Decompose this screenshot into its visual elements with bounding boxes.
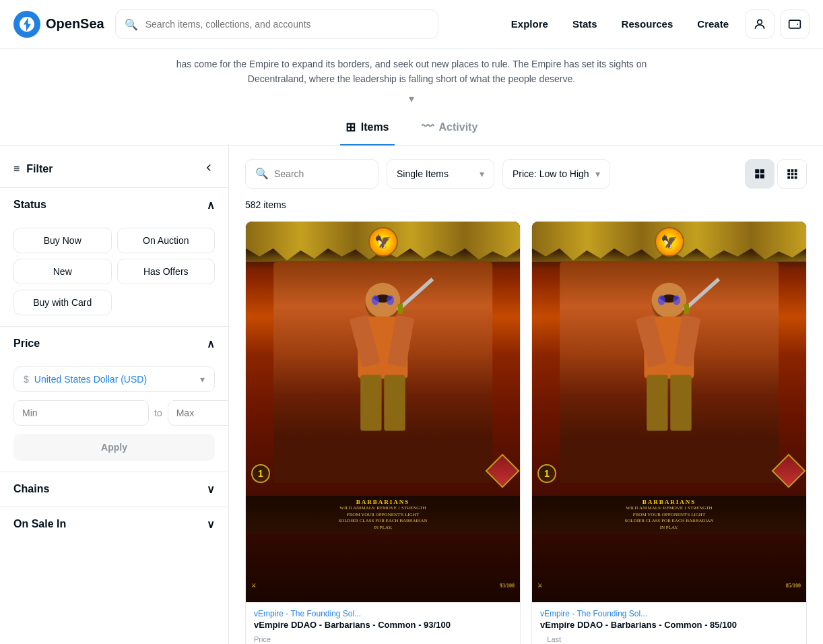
- chains-section-header[interactable]: Chains ∨: [0, 472, 228, 507]
- card-collection-1: vEmpire - The Founding Sol...: [540, 609, 798, 618]
- svg-rect-7: [791, 169, 794, 172]
- svg-rect-6: [787, 169, 790, 172]
- card-last-label-1: Last: [540, 635, 561, 643]
- price-content: $ United States Dollar (USD) ▾ to Apply: [0, 361, 228, 472]
- nft-card-0[interactable]: 🦅: [245, 221, 521, 644]
- card-serial-1: 85/100: [786, 583, 801, 589]
- card-name-1: vEmpire DDAO - Barbarians - Common - 85/…: [540, 620, 798, 631]
- card-title-1: BARBARIANS: [537, 498, 801, 505]
- card-title-0: BARBARIANS: [251, 498, 515, 505]
- card-last-info-1: Last ◆ 0.2: [540, 635, 561, 644]
- dollar-icon: $: [24, 374, 29, 385]
- price-section: Price ∧ $ United States Dollar (USD) ▾ t…: [0, 326, 228, 472]
- svg-rect-10: [791, 172, 794, 175]
- svg-rect-11: [795, 172, 797, 175]
- user-icon: [753, 18, 766, 31]
- filter-label: Filter: [26, 163, 53, 175]
- single-items-dropdown[interactable]: Single Items ▾: [387, 159, 494, 189]
- buy-now-button[interactable]: Buy Now: [13, 228, 112, 253]
- currency-label: United States Dollar (USD): [34, 374, 147, 385]
- nav-explore[interactable]: Explore: [500, 13, 559, 35]
- status-grid: Buy Now On Auction New Has Offers Buy wi…: [13, 228, 215, 315]
- has-offers-button[interactable]: Has Offers: [117, 259, 216, 284]
- nav-stats[interactable]: Stats: [562, 13, 608, 35]
- svg-rect-2: [755, 169, 759, 173]
- search-container: 🔍: [115, 9, 438, 39]
- card-title-area-1: BARBARIANS WILD ANIMALS: REMOVE 1 STRENG…: [532, 496, 806, 534]
- currency-select[interactable]: $ United States Dollar (USD) ▾: [13, 366, 215, 392]
- content-search-input[interactable]: [274, 168, 368, 179]
- tab-activity[interactable]: 〰 Activity: [416, 110, 484, 146]
- search-input[interactable]: [115, 9, 438, 39]
- card-number-badge-1: 1: [537, 464, 556, 483]
- wallet-button[interactable]: [780, 9, 810, 39]
- svg-rect-13: [791, 176, 794, 179]
- svg-rect-20: [360, 375, 381, 431]
- svg-point-24: [372, 295, 379, 305]
- content-search-icon: 🔍: [255, 167, 269, 180]
- price-max-input[interactable]: [168, 400, 229, 426]
- chains-section: Chains ∨: [0, 472, 228, 507]
- brand-name: OpenSea: [46, 16, 104, 32]
- on-auction-button[interactable]: On Auction: [117, 228, 216, 253]
- barbarian-svg-0: [295, 273, 470, 472]
- nav-resources[interactable]: Resources: [611, 13, 684, 35]
- svg-point-25: [387, 295, 394, 305]
- svg-rect-14: [795, 176, 797, 179]
- svg-line-33: [684, 279, 719, 310]
- opensea-logo-svg: [20, 17, 34, 32]
- chains-label: Chains: [13, 483, 49, 495]
- tab-items[interactable]: ⊞ Items: [340, 110, 395, 146]
- barbarian-art-1: 🦅: [532, 222, 806, 602]
- toolbar: 🔍 Single Items ▾ Price: Low to High ▾: [245, 159, 807, 189]
- svg-rect-3: [760, 169, 764, 173]
- status-section-header[interactable]: Status ∧: [0, 188, 228, 222]
- barbarian-svg-1: [581, 273, 756, 472]
- on-sale-in-header[interactable]: On Sale In ∨: [0, 507, 228, 542]
- card-body-1: 1 BARBARIANS WILD ANIMALS: REMOVE 1 STRE…: [532, 262, 806, 602]
- sidebar: ≡ Filter Status ∧ Buy Now On Auction New…: [0, 146, 229, 644]
- card-figure-1: [560, 262, 779, 483]
- svg-rect-8: [795, 169, 797, 172]
- logo-icon: [13, 11, 40, 38]
- sidebar-collapse-button[interactable]: [203, 162, 215, 176]
- on-sale-label: On Sale In: [13, 518, 66, 530]
- list-view-button[interactable]: [777, 159, 807, 189]
- grid-3-icon: [786, 168, 798, 180]
- card-price-row-1: Last ◆ 0.2: [540, 635, 798, 644]
- buy-with-card-button[interactable]: Buy with Card: [13, 290, 112, 315]
- card-eagle-1: 🦅: [655, 227, 684, 257]
- filter-heading: ≡ Filter: [13, 163, 53, 175]
- sidebar-header: ≡ Filter: [0, 156, 228, 187]
- price-section-header[interactable]: Price ∧: [0, 327, 228, 361]
- card-number-badge-0: 1: [251, 464, 270, 483]
- search-box: 🔍: [245, 159, 378, 189]
- logo-link[interactable]: OpenSea: [13, 11, 104, 38]
- chains-expand-icon: ∨: [207, 483, 215, 496]
- new-button[interactable]: New: [13, 259, 112, 284]
- card-price-label-0: Price: [254, 635, 275, 643]
- user-profile-button[interactable]: [745, 9, 775, 39]
- show-more-chevron[interactable]: ▾: [0, 90, 823, 110]
- apply-button[interactable]: Apply: [13, 434, 215, 461]
- svg-rect-4: [755, 174, 759, 179]
- card-figure-0: [273, 262, 493, 483]
- tabs-container: ⊞ Items 〰 Activity: [0, 110, 823, 146]
- nav-create[interactable]: Create: [686, 13, 739, 35]
- single-items-label: Single Items: [397, 168, 449, 179]
- currency-chevron-icon: ▾: [200, 374, 205, 385]
- svg-point-0: [758, 20, 762, 24]
- nft-card-1[interactable]: 🦅: [531, 221, 807, 644]
- grid-view-button[interactable]: [745, 159, 775, 189]
- wallet-icon: [788, 18, 801, 31]
- card-body-0: 1 BARBARIANS WILD ANIMALS: REMOVE 1 STRE…: [246, 262, 520, 602]
- price-min-input[interactable]: [13, 400, 149, 426]
- items-tab-label: Items: [361, 121, 389, 133]
- single-items-chevron: ▾: [480, 168, 484, 179]
- price-sort-dropdown[interactable]: Price: Low to High ▾: [502, 159, 610, 189]
- back-arrow-icon: [203, 162, 215, 174]
- on-sale-in-section: On Sale In ∨: [0, 507, 228, 542]
- navbar: OpenSea 🔍 Explore Stats Resources Create: [0, 0, 823, 49]
- card-serial-0: 93/100: [500, 583, 515, 589]
- filter-lines-icon: ≡: [13, 163, 20, 175]
